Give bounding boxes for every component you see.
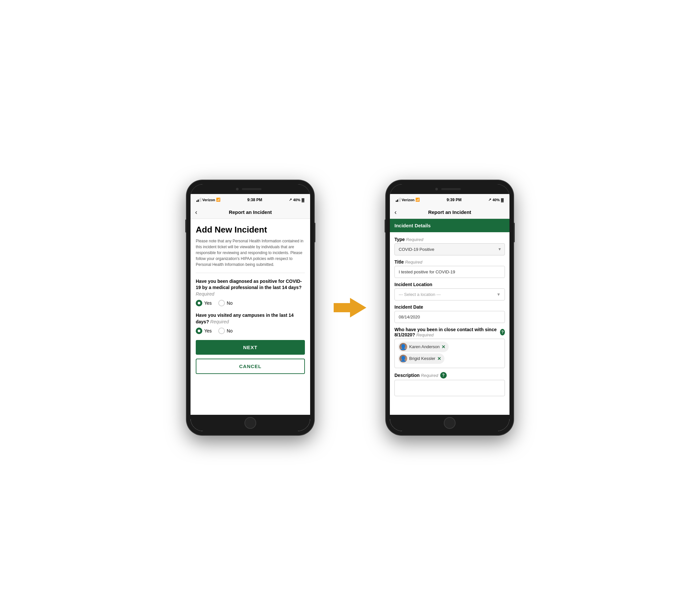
camera-area-1 xyxy=(190,184,310,194)
contact-field[interactable]: Karen Anderson ✕ Brigid Kessler ✕ xyxy=(395,339,505,368)
wifi-icon-2: 📶 xyxy=(415,197,420,202)
radio-no-2[interactable]: No xyxy=(218,328,233,334)
contact-remove-1[interactable]: ✕ xyxy=(441,344,446,349)
radio-no-label-2: No xyxy=(227,328,233,333)
contact-name-2: Brigid Kessler xyxy=(409,356,435,361)
radio-yes-1[interactable]: Yes xyxy=(196,300,212,306)
screen-2: Incident Details Type Required COVID-19 … xyxy=(390,219,510,415)
location-dropdown-arrow: ▼ xyxy=(497,292,501,297)
forward-arrow xyxy=(334,298,366,318)
signal-bar-1 xyxy=(197,201,197,202)
radio-circle-no-2[interactable] xyxy=(218,328,225,334)
battery-icon-2: ▓ xyxy=(501,198,503,202)
contact-avatar-1 xyxy=(399,343,407,351)
home-button-2[interactable] xyxy=(444,417,455,429)
location-arrow-icon-2: ↗ xyxy=(488,197,491,202)
location-arrow-icon-1: ↗ xyxy=(289,197,292,202)
title-required-tag: Required xyxy=(405,260,422,265)
radio-group-1: Yes No xyxy=(196,300,305,306)
battery-1: 40% xyxy=(293,198,300,202)
status-bar-1: Verizon 📶 9:38 PM ↗ 40% ▓ xyxy=(190,194,310,206)
location-select-display[interactable]: --- Select a location --- ▼ xyxy=(395,289,505,300)
contact-tag-1: Karen Anderson ✕ xyxy=(398,342,449,352)
nav-bar-1: ‹ Report an Incident xyxy=(190,206,310,219)
type-required-tag: Required xyxy=(406,237,424,242)
arrow-container xyxy=(334,298,366,318)
arrow-body xyxy=(334,303,350,312)
speaker-1 xyxy=(242,188,261,190)
radio-circle-yes-1[interactable] xyxy=(196,300,202,306)
description-help-icon[interactable]: ? xyxy=(440,372,447,379)
nav-bar-2: ‹ Report an Incident xyxy=(390,206,510,219)
contact-avatar-2 xyxy=(399,355,407,362)
radio-no-label-1: No xyxy=(227,300,233,306)
description-required-tag: Required xyxy=(421,373,438,378)
form-section: Type Required COVID-19 Positive ▼ Title … xyxy=(390,232,510,397)
date-input[interactable] xyxy=(395,311,505,323)
location-select-wrapper: --- Select a location --- ▼ xyxy=(395,289,505,300)
description-input[interactable] xyxy=(395,380,505,396)
contact-name-1: Karen Anderson xyxy=(409,344,439,349)
type-select[interactable]: COVID-19 Positive xyxy=(395,243,505,255)
scene: Verizon 📶 9:38 PM ↗ 40% ▓ ‹ Report an In… xyxy=(187,180,513,435)
back-button-2[interactable]: ‹ xyxy=(395,208,397,216)
home-area-1 xyxy=(190,415,310,431)
signal-bars-1 xyxy=(197,197,201,202)
camera-area-2 xyxy=(390,184,510,194)
date-label: Incident Date xyxy=(395,304,505,310)
contact-header-row: Who have you been in close contact with … xyxy=(395,327,505,337)
question-text-2: Have you visited any campuses in the las… xyxy=(196,312,305,325)
back-button-1[interactable]: ‹ xyxy=(195,208,197,216)
home-button-1[interactable] xyxy=(245,417,256,429)
nav-title-2: Report an Incident xyxy=(428,209,471,215)
disclaimer-text: Please note that any Personal Health Inf… xyxy=(196,238,305,273)
time-1: 9:38 PM xyxy=(247,197,262,202)
scroll-area-2: Incident Details Type Required COVID-19 … xyxy=(390,219,510,415)
type-label: Type Required xyxy=(395,237,505,242)
type-select-wrapper: COVID-19 Positive ▼ xyxy=(395,243,505,255)
radio-group-2: Yes No xyxy=(196,328,305,334)
incident-details-header: Incident Details xyxy=(390,219,510,232)
status-left-2: Verizon 📶 xyxy=(396,197,420,202)
arrow-head xyxy=(350,298,366,318)
battery-icon-1: ▓ xyxy=(302,198,304,202)
next-button[interactable]: NEXT xyxy=(196,340,305,355)
speaker-2 xyxy=(441,188,461,190)
signal-bar-3 xyxy=(199,198,200,202)
contact-required-tag: Required xyxy=(416,333,434,337)
contact-remove-2[interactable]: ✕ xyxy=(437,356,441,361)
location-label: Incident Location xyxy=(395,282,505,287)
signal-bar-2 xyxy=(198,200,199,202)
home-area-2 xyxy=(390,415,510,431)
cancel-button[interactable]: CANCEL xyxy=(196,359,305,374)
contact-help-icon[interactable]: ? xyxy=(500,329,505,335)
signal-bar-8 xyxy=(400,197,401,202)
status-left-1: Verizon 📶 xyxy=(197,197,221,202)
signal-bars-2 xyxy=(396,197,401,202)
location-placeholder: --- Select a location --- xyxy=(399,292,441,297)
radio-yes-label-1: Yes xyxy=(204,300,212,306)
radio-yes-2[interactable]: Yes xyxy=(196,328,212,334)
question-block-2: Have you visited any campuses in the las… xyxy=(196,312,305,334)
nav-title-1: Report an Incident xyxy=(229,209,272,215)
carrier-1: Verizon xyxy=(202,198,215,202)
wifi-icon-1: 📶 xyxy=(216,197,221,202)
signal-bar-6 xyxy=(397,200,398,202)
title-input[interactable] xyxy=(395,266,505,278)
contact-tag-2: Brigid Kessler ✕ xyxy=(398,354,445,364)
signal-bar-4 xyxy=(200,197,201,202)
title-label: Title Required xyxy=(395,259,505,265)
question-block-1: Have you been diagnosed as positive for … xyxy=(196,278,305,307)
radio-circle-yes-2[interactable] xyxy=(196,328,202,334)
scroll-area-1: Add New Incident Please note that any Pe… xyxy=(190,219,310,415)
radio-circle-no-1[interactable] xyxy=(218,300,225,306)
contact-label: Who have you been in close contact with … xyxy=(395,327,498,337)
carrier-2: Verizon xyxy=(402,198,414,202)
question-text-1: Have you been diagnosed as positive for … xyxy=(196,278,305,297)
status-bar-2: Verizon 📶 9:39 PM ↗ 40% ▓ xyxy=(390,194,510,206)
radio-no-1[interactable]: No xyxy=(218,300,233,306)
camera-dot-1 xyxy=(236,188,239,190)
screen-1: Add New Incident Please note that any Pe… xyxy=(190,219,310,415)
phone-2: Verizon 📶 9:39 PM ↗ 40% ▓ ‹ Report an In… xyxy=(386,180,513,435)
description-label: Description Required xyxy=(395,373,438,378)
